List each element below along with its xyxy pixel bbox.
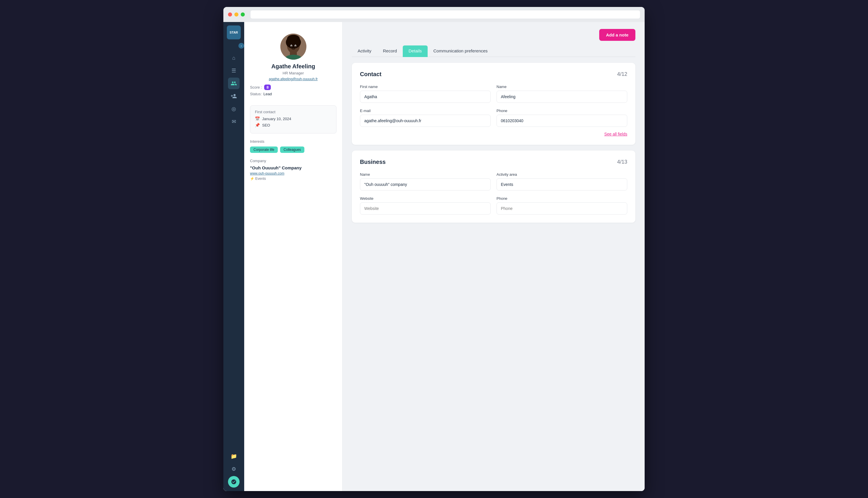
pin-icon: 📌 (255, 123, 260, 127)
interests-tags: Corporate life Colleagues (250, 146, 337, 153)
sidebar-item-settings[interactable]: ⚙ (228, 463, 240, 475)
profile-title: HR Manager (283, 71, 304, 75)
sidebar-logo: STAR (227, 25, 241, 39)
close-dot[interactable] (228, 12, 232, 16)
first-contact-date: January 10, 2024 (262, 117, 291, 121)
company-name: "Ouh Ouuuuh" Company (250, 165, 337, 170)
first-name-label: First name (360, 84, 491, 89)
sidebar-item-email[interactable]: ✉ (228, 116, 240, 127)
email-input[interactable] (360, 115, 491, 127)
contact-section-title: Contact (360, 71, 381, 78)
interests-title: Interests (250, 139, 337, 144)
business-phone-label: Phone (497, 196, 627, 201)
sidebar: STAR › ⌂ ☰ ◎ ✉ 📁 ⚙ (223, 22, 244, 491)
business-form-grid: Name Activity area Website Phone (360, 172, 627, 214)
first-contact-card: First contact 📅 January 10, 2024 📌 SEO (250, 105, 337, 133)
svg-point-8 (295, 45, 296, 47)
left-panel: Agathe Afeeling HR Manager agathe.afeeli… (244, 22, 342, 491)
contact-card: Contact 4/12 First name Name (352, 63, 635, 145)
email-group: E-mail (360, 108, 491, 127)
sidebar-user-avatar[interactable] (228, 476, 240, 488)
see-all-fields-link[interactable]: See all fields (605, 132, 627, 136)
email-label: E-mail (360, 108, 491, 113)
contact-card-header: Contact 4/12 (360, 71, 627, 78)
activity-area-group: Activity area (497, 172, 627, 191)
first-contact-date-row: 📅 January 10, 2024 (255, 116, 331, 121)
business-name-input[interactable] (360, 178, 491, 191)
business-card: Business 4/13 Name Activity area (352, 150, 635, 223)
contact-section-count: 4/12 (617, 71, 627, 77)
sidebar-item-home[interactable]: ⌂ (228, 52, 240, 64)
profile-section: Agathe Afeeling HR Manager agathe.afeeli… (250, 28, 337, 101)
svg-point-7 (291, 45, 292, 47)
maximize-dot[interactable] (241, 12, 245, 16)
svg-point-4 (287, 35, 300, 43)
activity-area-input[interactable] (497, 178, 627, 191)
company-industry: ⚡ Events (250, 176, 337, 181)
sidebar-item-add-contact[interactable] (228, 90, 240, 102)
browser-titlebar (223, 7, 645, 22)
score-badge: 8 (264, 84, 271, 90)
right-panel: Add a note Activity Record Details Commu… (342, 22, 645, 491)
tag-colleagues[interactable]: Colleagues (280, 146, 304, 153)
business-name-group: Name (360, 172, 491, 191)
tab-details[interactable]: Details (403, 45, 428, 57)
business-card-header: Business 4/13 (360, 159, 627, 165)
first-contact-source-row: 📌 SEO (255, 123, 331, 127)
business-phone-input[interactable] (497, 202, 627, 214)
see-all-fields-area: See all fields (360, 131, 627, 137)
interests-section: Interests Corporate life Colleagues (250, 139, 337, 153)
tabs-row: Activity Record Details Communication pr… (352, 45, 635, 57)
website-input[interactable] (360, 202, 491, 214)
profile-score-row: Score : 8 (250, 84, 337, 90)
profile-name: Agathe Afeeling (271, 63, 315, 70)
sidebar-toggle[interactable]: › (239, 43, 244, 49)
company-url[interactable]: www.ouh-ouuuuh.com (250, 171, 337, 175)
sidebar-item-target[interactable]: ◎ (228, 103, 240, 115)
business-name-label: Name (360, 172, 491, 176)
sidebar-item-contacts[interactable] (228, 78, 240, 89)
business-phone-group: Phone (497, 196, 627, 214)
name-label: Name (497, 84, 627, 89)
phone-input[interactable] (497, 115, 627, 127)
phone-group: Phone (497, 108, 627, 127)
name-group: Name (497, 84, 627, 103)
contact-form-grid: First name Name E-mail Phone (360, 84, 627, 127)
first-contact-title: First contact (255, 110, 331, 114)
business-section-title: Business (360, 159, 386, 165)
calendar-icon: 📅 (255, 116, 260, 121)
sidebar-item-folder[interactable]: 📁 (228, 450, 240, 462)
avatar (280, 34, 307, 60)
address-bar[interactable] (250, 10, 640, 18)
first-contact-source: SEO (262, 123, 270, 127)
profile-status-row: Status: Lead (250, 92, 337, 96)
company-title: Company (250, 159, 337, 163)
first-name-group: First name (360, 84, 491, 103)
profile-email[interactable]: agathe.afeeling@ouh-ouuuuh.fr (269, 77, 318, 81)
first-name-input[interactable] (360, 91, 491, 103)
business-section-count: 4/13 (617, 159, 627, 165)
minimize-dot[interactable] (234, 12, 239, 16)
add-note-button[interactable]: Add a note (599, 29, 636, 41)
sidebar-item-list[interactable]: ☰ (228, 65, 240, 76)
status-label: Status: (250, 92, 261, 96)
company-section: Company "Ouh Ouuuuh" Company www.ouh-ouu… (250, 159, 337, 181)
website-group: Website (360, 196, 491, 214)
tab-record[interactable]: Record (377, 45, 403, 57)
name-input[interactable] (497, 91, 627, 103)
phone-label: Phone (497, 108, 627, 113)
website-label: Website (360, 196, 491, 201)
add-note-area: Add a note (352, 29, 635, 41)
tab-communication-preferences[interactable]: Communication preferences (428, 45, 493, 57)
tab-activity[interactable]: Activity (352, 45, 377, 57)
status-value: Lead (263, 92, 272, 96)
score-label: Score : (250, 85, 262, 90)
tag-corporate-life[interactable]: Corporate life (250, 146, 278, 153)
activity-area-label: Activity area (497, 172, 627, 176)
